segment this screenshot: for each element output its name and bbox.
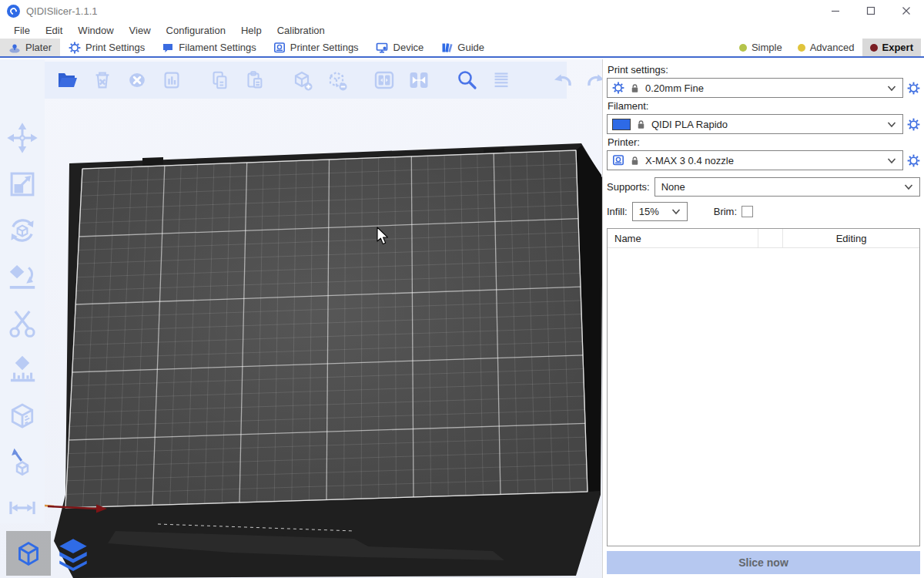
brim-label: Brim: [714,206,737,217]
chevron-down-icon [887,121,896,128]
object-list[interactable]: Name Editing [607,228,920,546]
menu-file[interactable]: File [6,23,38,38]
title-bar: QIDISlicer-1.1.1 [0,0,924,22]
chevron-down-icon [887,157,896,164]
move-icon[interactable] [5,121,39,155]
filament-label: Filament: [608,100,920,112]
filament-combo[interactable]: QIDI PLA Rapido [607,114,903,134]
rotate-icon[interactable] [5,213,39,247]
width-icon[interactable] [5,491,39,525]
window-title: QIDISlicer-1.1.1 [26,5,97,17]
plater-icon [8,42,21,54]
tab-filament-settings[interactable]: Filament Settings [153,39,264,56]
delete-icon[interactable] [89,66,116,94]
close-button[interactable] [889,0,924,22]
split-parts-icon[interactable] [405,66,433,94]
gear-icon [612,82,624,94]
column-header-name[interactable]: Name [608,229,758,247]
3d-viewport[interactable] [0,59,602,578]
main-toolbar [45,62,567,99]
add-instance-icon[interactable] [288,66,316,94]
mode-expert[interactable]: Expert [862,39,921,56]
undo-icon[interactable] [548,66,576,94]
filament-color-swatch [612,119,631,130]
maximize-button[interactable] [853,0,889,22]
menu-bar: File Edit Window View Configuration Help… [0,22,924,39]
mode-advanced[interactable]: Advanced [790,39,862,56]
search-icon[interactable] [453,66,480,94]
gear-icon [907,118,920,131]
column-header-editing[interactable]: Editing [783,229,919,247]
delete-all-icon[interactable] [123,66,151,94]
mode-switcher: Simple Advanced Expert [732,39,924,56]
split-objects-icon[interactable] [370,66,398,94]
plate-clip [142,157,163,166]
gizmo-toolbar [0,59,45,523]
object-list-header: Name Editing [608,229,919,248]
printer-label: Printer: [608,136,920,148]
chevron-down-icon [904,183,913,190]
printer-icon [273,42,286,54]
menu-view[interactable]: View [122,23,159,38]
tab-guide[interactable]: Guide [432,39,493,56]
chevron-down-icon [671,208,681,215]
editor-3d-icon[interactable] [6,531,51,576]
preview-layers-icon[interactable] [51,531,95,576]
advanced-dot-icon [798,44,805,52]
remove-instance-icon[interactable] [323,66,350,94]
tab-device[interactable]: Device [367,39,433,56]
gear-icon [907,82,920,95]
redo-icon[interactable] [583,66,602,94]
device-monitor-icon [376,42,389,54]
print-settings-gear-button[interactable] [907,82,920,95]
tab-plater[interactable]: Plater [0,39,60,56]
menu-calibration[interactable]: Calibration [270,23,333,38]
gear-icon [907,154,920,167]
minimize-button[interactable] [818,0,853,22]
lock-icon [629,155,641,166]
lock-icon [629,82,641,94]
supports-label: Supports: [607,181,650,193]
column-header-extruder[interactable] [758,229,783,247]
filament-gear-button[interactable] [907,118,920,131]
print-settings-label: Print settings: [608,64,920,76]
settings-panel: Print settings: 0.20mm Fine Filament: QI… [602,59,924,578]
menu-window[interactable]: Window [70,23,121,38]
lock-icon [635,119,647,130]
view-mode-toggles [6,531,95,576]
arrange-icon[interactable] [158,66,186,94]
copy-icon[interactable] [206,66,233,94]
printer-icon [612,154,624,166]
infill-dropdown[interactable]: 15% [632,202,688,221]
tab-bar: Plater Print Settings Filament Settings … [0,39,924,58]
slice-now-button[interactable]: Slice now [607,551,920,574]
menu-configuration[interactable]: Configuration [159,23,233,38]
measure-icon[interactable] [5,398,39,432]
mode-simple[interactable]: Simple [732,39,790,56]
expert-dot-icon [870,44,878,52]
gear-icon [69,42,81,54]
flatten-icon[interactable] [5,260,39,294]
paste-icon[interactable] [240,66,268,94]
filament-bubble-icon [162,42,174,54]
tab-print-settings[interactable]: Print Settings [60,39,153,56]
support-paint-icon[interactable] [5,352,39,386]
layers-icon[interactable] [487,66,515,94]
brim-checkbox[interactable] [742,206,753,217]
build-plate-scene [0,59,602,578]
guide-books-icon [440,42,453,54]
tab-printer-settings[interactable]: Printer Settings [265,39,367,56]
seam-icon[interactable] [5,445,39,479]
open-icon[interactable] [54,66,82,94]
menu-edit[interactable]: Edit [38,23,70,38]
print-settings-combo[interactable]: 0.20mm Fine [607,78,903,98]
cut-icon[interactable] [5,306,39,340]
app-logo-icon [7,5,20,18]
supports-dropdown[interactable]: None [654,177,920,197]
printer-gear-button[interactable] [907,154,920,167]
printer-combo[interactable]: X-MAX 3 0.4 nozzle [607,150,903,170]
simple-dot-icon [739,44,747,52]
scale-icon[interactable] [5,167,39,201]
infill-label: Infill: [607,206,628,217]
menu-help[interactable]: Help [233,23,270,38]
